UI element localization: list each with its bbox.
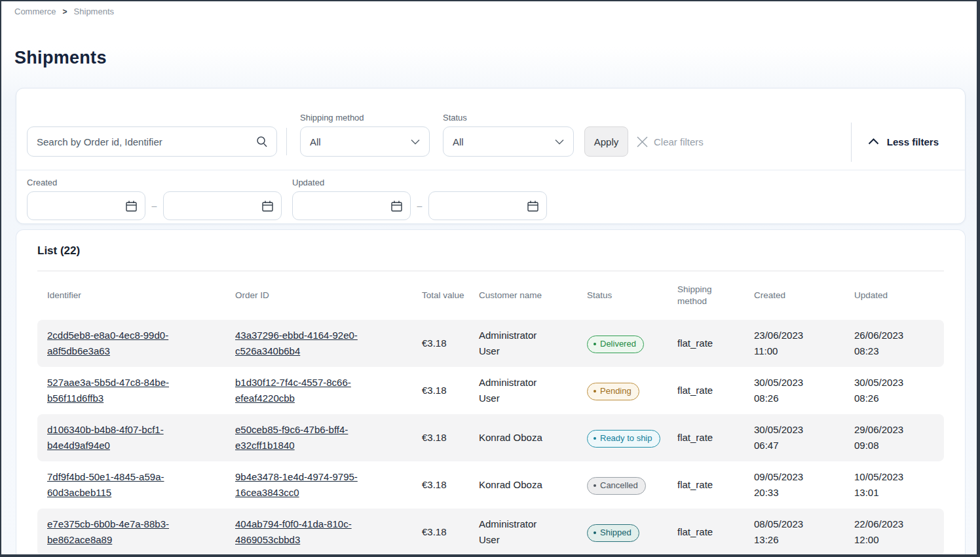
identifier-link[interactable]: 527aae3a-5b5d-47c8-84be-b56f11d6ffb3: [47, 375, 186, 406]
table-row: e7e375cb-6b0b-4e7a-88b3-be862ace8a89 404…: [37, 509, 944, 556]
clear-filters-button[interactable]: Clear filters: [637, 126, 704, 157]
column-header-order-id: Order ID: [225, 290, 412, 301]
calendar-icon: [125, 200, 138, 212]
created-cell: 30/05/2023 06:47: [754, 422, 826, 453]
shipping-method-cell: flat_rate: [668, 430, 744, 446]
shipments-page: Commerce > Shipments Shipments Search by…: [0, 0, 980, 557]
breadcrumb-separator-icon: >: [63, 7, 67, 16]
column-header-shipping-method: Shipping method: [668, 284, 720, 307]
chevron-up-icon: [868, 138, 879, 145]
filter-divider: [286, 128, 287, 155]
range-separator: –: [145, 201, 163, 220]
shipping-method-label: Shipping method: [300, 113, 430, 123]
status-badge: Shipped: [587, 524, 639, 542]
created-cell: 23/06/2023 11:00: [754, 328, 826, 359]
table-row: 2cdd5eb8-e8a0-4ec8-99d0-a8f5db6e3a63 43a…: [37, 320, 944, 367]
status-value: All: [453, 136, 464, 147]
less-filters-toggle[interactable]: Less filters: [868, 126, 954, 157]
order-id-link[interactable]: 9b4e3478-1e4d-4974-9795-16cea3843cc0: [235, 469, 374, 501]
shipping-method-value: All: [310, 136, 321, 147]
breadcrumb-commerce[interactable]: Commerce: [14, 7, 56, 16]
customer-name-cell: Administrator User: [479, 328, 551, 359]
column-header-customer-name: Customer name: [469, 290, 577, 301]
total-value-cell: €3.18: [412, 430, 469, 446]
clear-filters-label: Clear filters: [654, 136, 704, 147]
chevron-down-icon: [555, 139, 564, 145]
identifier-link[interactable]: e7e375cb-6b0b-4e7a-88b3-be862ace8a89: [47, 516, 186, 548]
updated-cell: 29/06/2023 09:08: [854, 422, 926, 453]
column-header-updated: Updated: [844, 290, 944, 301]
column-header-identifier: Identifier: [37, 290, 225, 301]
shipping-method-cell: flat_rate: [668, 336, 744, 351]
status-badge: Pending: [587, 383, 639, 400]
status-badge: Cancelled: [587, 477, 646, 495]
calendar-icon: [261, 200, 274, 212]
identifier-link[interactable]: d106340b-b4b8-4f07-bcf1-b4e4d9af94e0: [47, 422, 186, 453]
shipping-method-cell: flat_rate: [668, 524, 744, 540]
table-header: Identifier Order ID Total value Customer…: [37, 271, 944, 320]
customer-name-cell: Konrad Oboza: [479, 477, 542, 493]
shipments-list-panel: List (22) Identifier Order ID Total valu…: [16, 229, 966, 557]
order-id-link[interactable]: 43a37296-ebbd-4164-92e0-c526a340b6b4: [235, 328, 374, 359]
page-title: Shipments: [14, 48, 107, 68]
table-body: 2cdd5eb8-e8a0-4ec8-99d0-a8f5db6e3a63 43a…: [37, 320, 944, 556]
status-dot-icon: [594, 437, 596, 440]
breadcrumb: Commerce > Shipments: [14, 7, 114, 16]
search-icon: [255, 135, 269, 148]
total-value-cell: €3.18: [412, 383, 469, 398]
updated-cell: 22/06/2023 12:00: [854, 516, 926, 548]
customer-name-cell: Administrator User: [479, 516, 551, 548]
calendar-icon: [527, 200, 539, 212]
status-dot-icon: [594, 531, 596, 534]
close-icon: [637, 136, 648, 147]
status-dot-icon: [594, 343, 596, 345]
shipping-method-cell: flat_rate: [668, 477, 744, 493]
total-value-cell: €3.18: [412, 477, 469, 493]
updated-cell: 26/06/2023 08:23: [854, 328, 926, 359]
status-badge: Delivered: [587, 336, 644, 353]
filter-divider: [851, 123, 852, 162]
range-separator: –: [411, 201, 428, 220]
breadcrumb-shipments[interactable]: Shipments: [74, 7, 114, 16]
table-row: 7df9f4bd-50e1-4845-a59a-60d3acbeb115 9b4…: [37, 461, 944, 509]
list-title: List (22): [37, 244, 944, 259]
status-dot-icon: [594, 390, 596, 393]
calendar-icon: [390, 200, 403, 212]
search-field[interactable]: Search by Order id, Identifier: [27, 126, 277, 157]
column-header-status: Status: [577, 290, 668, 301]
order-id-link[interactable]: b1d30f12-7f4c-4557-8c66-efeaf4220cbb: [235, 375, 374, 406]
created-cell: 30/05/2023 08:26: [754, 375, 826, 406]
updated-label: Updated: [292, 178, 547, 187]
total-value-cell: €3.18: [412, 336, 469, 351]
shipping-method-cell: flat_rate: [668, 383, 744, 398]
created-label: Created: [27, 178, 282, 187]
shipping-method-select[interactable]: All: [300, 126, 430, 157]
updated-from-input[interactable]: [292, 191, 411, 220]
apply-button[interactable]: Apply: [584, 126, 628, 157]
created-cell: 09/05/2023 20:33: [754, 469, 826, 501]
status-dot-icon: [594, 484, 596, 487]
column-header-created: Created: [744, 290, 844, 301]
table-row: d106340b-b4b8-4f07-bcf1-b4e4d9af94e0 e50…: [37, 414, 944, 461]
search-placeholder: Search by Order id, Identifier: [37, 136, 162, 147]
table-row: 527aae3a-5b5d-47c8-84be-b56f11d6ffb3 b1d…: [37, 367, 944, 414]
chevron-down-icon: [411, 139, 420, 145]
identifier-link[interactable]: 2cdd5eb8-e8a0-4ec8-99d0-a8f5db6e3a63: [47, 328, 186, 359]
updated-to-input[interactable]: [428, 191, 547, 220]
created-from-input[interactable]: [27, 191, 145, 220]
created-cell: 08/05/2023 13:26: [754, 516, 826, 548]
status-badge: Ready to ship: [587, 430, 660, 448]
total-value-cell: €3.18: [412, 524, 469, 540]
order-id-link[interactable]: e50ceb85-f9c6-47b6-bff4-e32cff1b1840: [235, 422, 374, 453]
order-id-link[interactable]: 404ab794-f0f0-41da-810c-4869053cbbd3: [235, 516, 374, 548]
customer-name-cell: Administrator User: [479, 375, 551, 406]
customer-name-cell: Konrad Oboza: [479, 430, 542, 446]
less-filters-label: Less filters: [887, 136, 939, 147]
status-label: Status: [443, 113, 574, 123]
created-to-input[interactable]: [163, 191, 282, 220]
identifier-link[interactable]: 7df9f4bd-50e1-4845-a59a-60d3acbeb115: [47, 469, 186, 501]
updated-cell: 30/05/2023 08:26: [854, 375, 926, 406]
status-select[interactable]: All: [443, 126, 574, 157]
column-header-total-value: Total value: [412, 290, 464, 301]
updated-cell: 10/05/2023 13:01: [854, 469, 926, 501]
